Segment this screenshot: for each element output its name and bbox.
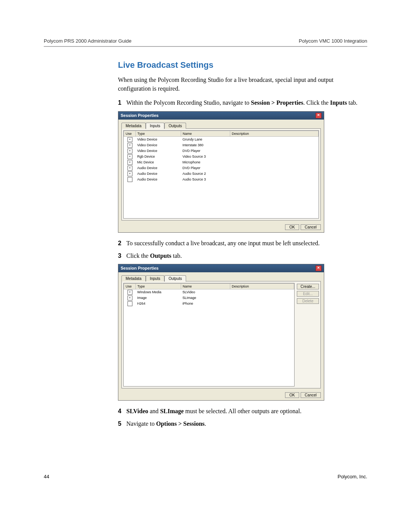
- header-right: Polycom VMC 1000 Integration: [299, 38, 367, 44]
- table-row[interactable]: ×Video DeviceGrundy Lane: [124, 136, 319, 142]
- step-4: 4 SLVideo and SLImage must be selected. …: [118, 407, 367, 415]
- use-checkbox[interactable]: ×: [127, 143, 132, 148]
- tab-metadata[interactable]: Metadata: [121, 275, 146, 281]
- ok-button[interactable]: OK: [285, 224, 299, 230]
- table-row[interactable]: ×Video DeviceInterstate 380: [124, 142, 319, 148]
- col-type[interactable]: Type: [136, 283, 181, 289]
- close-icon[interactable]: ✕: [315, 113, 322, 118]
- page-footer: 44 Polycom, Inc.: [44, 474, 367, 479]
- session-properties-dialog-outputs: Session Properties ✕ Metadata Inputs Out…: [118, 264, 324, 401]
- table-row[interactable]: ×Video DeviceDVD Player: [124, 148, 319, 154]
- use-checkbox[interactable]: ×: [127, 137, 132, 142]
- outputs-table: Use Type Name Description ×Windows Media…: [124, 283, 294, 307]
- intro-paragraph: When using the Polycom Recording Studio …: [118, 75, 367, 93]
- tab-metadata[interactable]: Metadata: [121, 123, 146, 129]
- table-row[interactable]: ×ImageSLImage: [124, 295, 294, 301]
- col-use[interactable]: Use: [124, 283, 136, 289]
- step-3: 3 Click the Outputs tab.: [118, 251, 367, 260]
- ok-button[interactable]: OK: [285, 392, 299, 398]
- col-description[interactable]: Description: [230, 283, 294, 289]
- output-action-buttons: Create... Edit... Delete: [297, 283, 319, 387]
- use-checkbox[interactable]: ×: [127, 290, 132, 295]
- table-row[interactable]: H264iPhone: [124, 301, 294, 307]
- create-button[interactable]: Create...: [297, 284, 319, 289]
- col-use[interactable]: Use: [124, 131, 136, 136]
- use-checkbox[interactable]: ×: [127, 149, 132, 153]
- step-text: Within the Polycom Recording Studio, nav…: [126, 98, 367, 107]
- table-row[interactable]: ×Audio DeviceDVD Player: [124, 165, 319, 171]
- tab-inputs[interactable]: Inputs: [146, 275, 164, 281]
- footer-org: Polycom, Inc.: [338, 474, 367, 479]
- table-row[interactable]: ×Audio DeviceAudio Source 2: [124, 171, 319, 177]
- use-checkbox[interactable]: [127, 177, 132, 182]
- close-icon[interactable]: ✕: [315, 265, 322, 271]
- step-number: 1: [118, 98, 126, 107]
- use-checkbox[interactable]: [127, 301, 132, 306]
- tab-outputs[interactable]: Outputs: [164, 123, 186, 129]
- step-number: 3: [118, 251, 126, 260]
- inputs-table: Use Type Name Description ×Video DeviceG…: [124, 131, 319, 182]
- header-left: Polycom PRS 2000 Administrator Guide: [44, 38, 132, 44]
- step-number: 4: [118, 407, 126, 415]
- step-2: 2 To successfully conduct a live broadca…: [118, 239, 367, 248]
- step-number: 5: [118, 419, 126, 428]
- tab-outputs[interactable]: Outputs: [164, 275, 186, 282]
- step-text: Click the Outputs tab.: [126, 251, 367, 260]
- use-checkbox[interactable]: ×: [127, 160, 132, 165]
- table-row[interactable]: ×Rgb DeviceVideo Source 3: [124, 154, 319, 160]
- dialog-title-text: Session Properties: [121, 266, 159, 270]
- use-checkbox[interactable]: ×: [127, 154, 132, 159]
- step-text: To successfully conduct a live broadcast…: [126, 239, 367, 248]
- edit-button[interactable]: Edit...: [297, 291, 319, 297]
- header-divider: [44, 46, 367, 47]
- cancel-button[interactable]: Cancel: [301, 224, 321, 230]
- col-description[interactable]: Description: [230, 131, 319, 136]
- step-text: Navigate to Options > Sessions.: [126, 419, 367, 428]
- col-type[interactable]: Type: [136, 131, 181, 136]
- dialog-title-bar: Session Properties ✕: [118, 264, 324, 272]
- section-heading: Live Broadcast Settings: [118, 60, 367, 70]
- session-properties-dialog-inputs: Session Properties ✕ Metadata Inputs Out…: [118, 111, 324, 233]
- dialog-tabs: Metadata Inputs Outputs: [121, 123, 321, 129]
- page-header: Polycom PRS 2000 Administrator Guide Pol…: [44, 38, 367, 46]
- delete-button[interactable]: Delete: [297, 298, 319, 304]
- step-number: 2: [118, 239, 126, 248]
- dialog-title-text: Session Properties: [121, 113, 159, 118]
- step-text: SLVideo and SLImage must be selected. Al…: [126, 407, 367, 415]
- table-row[interactable]: Audio DeviceAudio Source 3: [124, 177, 319, 182]
- step-1: 1 Within the Polycom Recording Studio, n…: [118, 98, 367, 107]
- table-row[interactable]: ×Windows MediaSLVideo: [124, 289, 294, 295]
- page-number: 44: [44, 474, 49, 479]
- use-checkbox[interactable]: ×: [127, 296, 132, 300]
- col-name[interactable]: Name: [181, 131, 230, 136]
- col-name[interactable]: Name: [181, 283, 230, 289]
- table-row[interactable]: ×Mic DeviceMicrophone: [124, 160, 319, 165]
- use-checkbox[interactable]: ×: [127, 171, 132, 176]
- cancel-button[interactable]: Cancel: [301, 392, 321, 398]
- tab-inputs[interactable]: Inputs: [146, 123, 164, 129]
- dialog-title-bar: Session Properties ✕: [118, 112, 324, 120]
- dialog-tabs: Metadata Inputs Outputs: [121, 275, 321, 281]
- step-5: 5 Navigate to Options > Sessions.: [118, 419, 367, 428]
- use-checkbox[interactable]: ×: [127, 166, 132, 171]
